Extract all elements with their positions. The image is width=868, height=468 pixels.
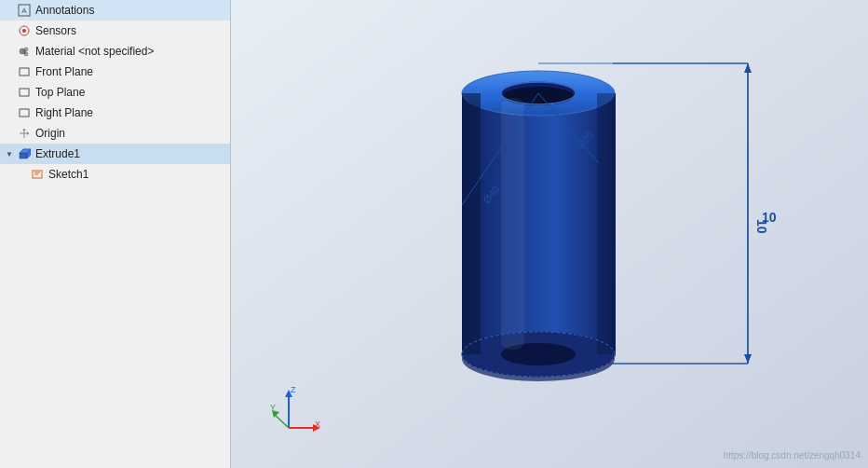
annotations-item[interactable]: A Annotations (0, 0, 230, 21)
material-label: Material <not specified> (35, 45, 154, 58)
svg-text:X: X (315, 420, 320, 429)
svg-rect-15 (20, 153, 27, 158)
svg-rect-10 (20, 68, 29, 76)
svg-text:Z: Z (291, 386, 296, 394)
top-plane-icon (17, 85, 32, 100)
3d-viewport[interactable]: 10 10 (231, 0, 868, 468)
annotations-label: Annotations (35, 4, 94, 17)
origin-item[interactable]: Origin (0, 123, 230, 144)
svg-rect-35 (462, 93, 616, 354)
sensors-label: Sensors (35, 24, 76, 37)
right-plane-item[interactable]: Right Plane (0, 103, 230, 123)
sketch1-icon (30, 167, 45, 182)
3d-scene-svg: 10 10 (231, 0, 868, 468)
front-plane-item[interactable]: Front Plane (0, 62, 230, 82)
watermark-text: https://blog.csdn.net/zengqh0314 (724, 450, 861, 461)
svg-text:10: 10 (762, 210, 777, 225)
right-plane-label: Right Plane (35, 106, 93, 119)
material-icon (17, 44, 32, 59)
svg-line-56 (274, 414, 289, 428)
front-plane-icon (17, 64, 32, 79)
material-item[interactable]: Material <not specified> (0, 41, 230, 62)
top-plane-item[interactable]: Top Plane (0, 82, 230, 103)
extrude1-icon (17, 146, 32, 161)
svg-text:A: A (21, 7, 27, 15)
right-plane-icon (17, 105, 32, 120)
svg-text:Y: Y (270, 403, 276, 412)
origin-icon (17, 126, 32, 141)
front-plane-label: Front Plane (35, 65, 93, 78)
extrude1-label: Extrude1 (35, 147, 80, 160)
top-plane-label: Top Plane (35, 86, 85, 99)
annotations-icon: A (17, 3, 32, 18)
axis-indicator: Z X Y (270, 386, 321, 445)
svg-rect-11 (20, 89, 29, 96)
svg-rect-43 (501, 98, 524, 350)
sensors-icon (17, 23, 32, 38)
model-area: 10 10 (231, 0, 868, 468)
sketch1-item[interactable]: Sketch1 (0, 164, 230, 185)
svg-rect-41 (462, 93, 481, 354)
svg-point-3 (22, 29, 26, 33)
extrude1-expand-arrow[interactable] (4, 148, 15, 159)
sketch1-label: Sketch1 (48, 168, 88, 181)
origin-label: Origin (35, 127, 65, 140)
feature-tree-sidebar: A Annotations Sensors Material < (0, 0, 231, 468)
extrude1-item[interactable]: Extrude1 (0, 144, 230, 164)
sensors-item[interactable]: Sensors (0, 21, 230, 41)
svg-rect-12 (20, 109, 29, 117)
svg-rect-42 (597, 93, 616, 354)
